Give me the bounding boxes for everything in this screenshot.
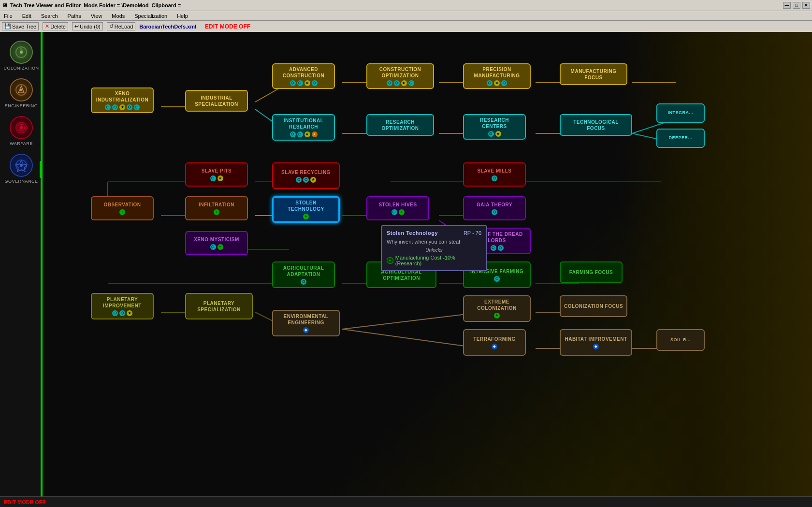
node-technological-focus[interactable]: Technological Focus: [560, 114, 632, 136]
warfare-icon: [10, 116, 33, 139]
ni-co-3: ★: [401, 80, 407, 86]
save-icon: 💾: [4, 23, 11, 29]
ni-sm-1: ⬡: [492, 175, 497, 181]
ni-gt-1: ⬡: [492, 209, 497, 215]
engineering-icon: [10, 78, 33, 101]
ni-pi-2: ⬡: [119, 310, 125, 316]
node-research-centers[interactable]: Research Centers ⬡ ★: [463, 114, 526, 140]
reload-label: ReLoad: [115, 24, 133, 29]
titlebar-mods: Mods Folder = \DemoMod: [84, 2, 148, 8]
node-industrial-specialization[interactable]: IndustrialSpecialization: [185, 90, 248, 112]
svg-point-9: [20, 164, 23, 167]
tooltip-header: Stolen Technology RP - 70: [387, 230, 481, 236]
ni-xm-2: +: [218, 244, 223, 250]
node-observation[interactable]: Observation +: [91, 196, 154, 220]
ni-cyan-3: ⬡: [127, 104, 132, 110]
node-gaia-theory[interactable]: Gaia Theory ⬡: [463, 196, 526, 220]
colonization-icon: [10, 41, 33, 64]
ni-sr-3: ★: [310, 177, 316, 183]
close-button[interactable]: ✕: [802, 2, 810, 9]
ni-pm-2: ★: [494, 80, 500, 86]
delete-icon: ✕: [45, 23, 49, 29]
ni-sr-1: ⬡: [296, 177, 302, 183]
ni-st-1: +: [303, 214, 309, 219]
sidebar-item-warfare[interactable]: Warfare: [0, 112, 43, 150]
governance-indicator: [40, 161, 43, 178]
delete-button[interactable]: ✕ Delete: [43, 22, 68, 30]
node-colonization-focus[interactable]: Colonization Focus: [560, 295, 627, 317]
ni-co-4: ⬡: [408, 80, 414, 86]
node-infiltration[interactable]: Infiltration +: [185, 196, 248, 220]
node-precision-manufacturing[interactable]: PrecisionManufacturing ⬡ ★ ⬡: [463, 63, 531, 89]
maximize-button[interactable]: □: [793, 2, 800, 9]
ni-pi-1: ⬡: [112, 310, 118, 316]
svg-point-6: [20, 126, 23, 129]
undo-button[interactable]: ↩ Undo (0): [72, 22, 103, 30]
ni-sp-1: ⬡: [210, 175, 216, 181]
ni-wd-1: ⬡: [491, 245, 496, 251]
menu-view[interactable]: View: [89, 13, 104, 19]
node-xeno-industrialization[interactable]: XenoIndustrialization ⬡ ⬡ ★ ⬡ ⬡: [91, 87, 154, 113]
menu-specialization[interactable]: Specialization: [132, 13, 169, 19]
save-label: Save Tree: [12, 24, 36, 29]
node-slave-mills[interactable]: Slave Mills ⬡: [463, 162, 526, 187]
node-research-optimization[interactable]: ResearchOptimization: [366, 114, 434, 136]
sidebar-item-colonization[interactable]: Colonization: [0, 37, 43, 74]
undo-label: Undo (0): [80, 24, 101, 29]
ni-co-2: ⬡: [394, 80, 400, 86]
menu-paths[interactable]: Paths: [66, 13, 83, 19]
node-slave-pits[interactable]: Slave Pits ⬡ ★: [185, 162, 248, 187]
main-layout: Colonization Engineering Warfare Governa…: [0, 32, 812, 496]
node-institutional-research[interactable]: InstitutionalResearch ⬡ ⬡ ★ ⚡: [272, 114, 335, 141]
titlebar-title: Tech Tree Viewer and Editor: [10, 2, 81, 8]
ni-ee-1: ◆: [303, 327, 309, 333]
node-integra[interactable]: Integra...: [656, 103, 705, 123]
ni-pm-3: ⬡: [501, 80, 507, 86]
menu-edit[interactable]: Edit: [20, 13, 33, 19]
menu-file[interactable]: File: [2, 13, 14, 19]
node-habitat-improvement[interactable]: Habitat Improvement ◆: [560, 329, 632, 356]
node-slave-recycling[interactable]: Slave Recycling ⬡ ⬡ ★: [272, 162, 340, 189]
node-terraforming[interactable]: Terraforming ◆: [463, 329, 526, 356]
node-environmental-engineering[interactable]: EnvironmentalEngineering ◆: [272, 310, 340, 336]
node-xeno-mysticism[interactable]: Xeno Mysticism ⬡ +: [185, 231, 248, 255]
node-extreme-colonization[interactable]: ExtremeColonization +: [463, 295, 531, 322]
ni-ir-3: ★: [304, 131, 310, 137]
node-planetary-specialization[interactable]: PlanetarySpecialization: [185, 293, 253, 319]
node-farming-focus[interactable]: Farming Focus: [560, 261, 623, 283]
ni-adv-4: ⬡: [312, 80, 318, 86]
save-tree-button[interactable]: 💾 Save Tree: [2, 22, 39, 30]
ni-tf-1: ◆: [492, 344, 497, 349]
sidebar-item-governance[interactable]: Governance: [0, 150, 43, 188]
node-agricultural-adaptation[interactable]: AgriculturalAdaptation ⬡: [272, 261, 335, 288]
sidebar-item-engineering[interactable]: Engineering: [0, 74, 43, 112]
node-planetary-improvement[interactable]: PlanetaryImprovement ⬡ ⬡ ★: [91, 293, 154, 319]
menu-mods[interactable]: Mods: [110, 13, 127, 19]
tooltip-effect-icon: +: [387, 257, 393, 264]
node-stolen-technology[interactable]: Stolen Technology +: [272, 196, 340, 223]
ni-adv-1: ⬡: [290, 80, 296, 86]
delete-label: Delete: [50, 24, 66, 29]
toolbar: 💾 Save Tree ✕ Delete ↩ Undo (0) ↺ ReLoad…: [0, 20, 812, 32]
ni-sp-2: ★: [218, 175, 223, 181]
menubar: File Edit Search Paths View Mods Special…: [0, 11, 812, 20]
tooltip-effect-text: Manufacturing Cost -10% (Research): [395, 255, 481, 266]
ni-wd-2: ⬡: [498, 245, 504, 251]
node-manufacturing-focus[interactable]: ManufacturingFocus: [560, 63, 627, 85]
titlebar-controls[interactable]: — □ ✕: [783, 2, 810, 9]
ni-inf-1: +: [214, 209, 219, 215]
minimize-button[interactable]: —: [783, 2, 791, 9]
edit-mode-header: EDIT MODE OFF: [205, 23, 250, 30]
node-advanced-construction[interactable]: AdvancedConstruction ⬡ ⬡ ★ ⬡: [272, 63, 335, 89]
menu-search[interactable]: Search: [39, 13, 60, 19]
node-soil[interactable]: Soil R...: [656, 329, 705, 351]
node-construction-optimization[interactable]: ConstructionOptimization ⬡ ⬡ ★ ⬡: [366, 63, 434, 89]
ni-adv-3: ★: [304, 80, 310, 86]
governance-icon: [10, 154, 33, 177]
reload-button[interactable]: ↺ ReLoad: [107, 22, 136, 30]
node-deeper[interactable]: Deeper...: [656, 129, 705, 148]
tech-tree-canvas[interactable]: XenoIndustrialization ⬡ ⬡ ★ ⬡ ⬡ Industri…: [43, 32, 812, 496]
sidebar: Colonization Engineering Warfare Governa…: [0, 32, 43, 496]
node-stolen-hives[interactable]: Stolen Hives ⬡ +: [366, 196, 429, 220]
menu-help[interactable]: Help: [175, 13, 190, 19]
